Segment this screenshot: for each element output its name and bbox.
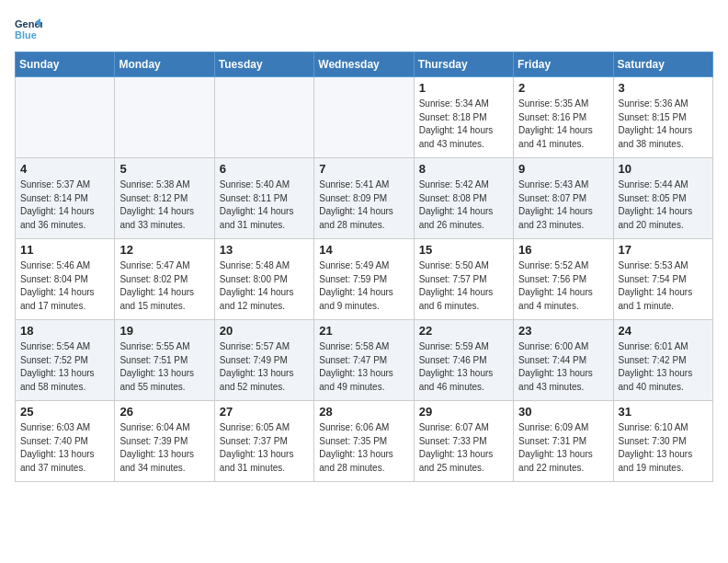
svg-text:Blue: Blue [15, 29, 37, 40]
calendar-table: SundayMondayTuesdayWednesdayThursdayFrid… [15, 52, 713, 482]
calendar-week-row: 11Sunrise: 5:46 AM Sunset: 8:04 PM Dayli… [16, 239, 713, 320]
day-number: 28 [319, 405, 408, 419]
day-info: Sunrise: 5:50 AM Sunset: 7:57 PM Dayligh… [419, 259, 508, 313]
calendar-day-cell: 5Sunrise: 5:38 AM Sunset: 8:12 PM Daylig… [115, 158, 214, 239]
day-info: Sunrise: 5:46 AM Sunset: 8:04 PM Dayligh… [20, 259, 109, 313]
day-number: 19 [119, 324, 209, 338]
calendar-day-cell: 9Sunrise: 5:43 AM Sunset: 8:07 PM Daylig… [514, 158, 613, 239]
calendar-day-cell: 25Sunrise: 6:03 AM Sunset: 7:40 PM Dayli… [16, 401, 115, 482]
day-number: 25 [20, 405, 109, 419]
calendar-day-cell: 20Sunrise: 5:57 AM Sunset: 7:49 PM Dayli… [214, 320, 313, 401]
day-info: Sunrise: 5:35 AM Sunset: 8:16 PM Dayligh… [518, 98, 608, 151]
calendar-day-cell: 27Sunrise: 6:05 AM Sunset: 7:37 PM Dayli… [214, 401, 313, 482]
calendar-day-cell: 22Sunrise: 5:59 AM Sunset: 7:46 PM Dayli… [414, 320, 513, 401]
calendar-day-cell: 13Sunrise: 5:48 AM Sunset: 8:00 PM Dayli… [214, 239, 313, 320]
day-number: 27 [220, 405, 309, 419]
day-number: 5 [119, 162, 209, 176]
day-number: 10 [619, 162, 708, 176]
day-info: Sunrise: 6:01 AM Sunset: 7:42 PM Dayligh… [619, 340, 708, 394]
day-number: 8 [419, 162, 508, 176]
day-of-week-header: Sunday [16, 52, 115, 77]
day-number: 29 [419, 405, 508, 419]
calendar-day-cell: 8Sunrise: 5:42 AM Sunset: 8:08 PM Daylig… [414, 158, 513, 239]
calendar-day-cell: 1Sunrise: 5:34 AM Sunset: 8:18 PM Daylig… [414, 77, 513, 158]
calendar-day-cell: 17Sunrise: 5:53 AM Sunset: 7:54 PM Dayli… [613, 239, 712, 320]
day-of-week-header: Friday [514, 52, 613, 77]
day-number: 15 [419, 243, 508, 257]
day-info: Sunrise: 6:09 AM Sunset: 7:31 PM Dayligh… [518, 421, 608, 475]
day-number: 16 [518, 243, 608, 257]
calendar-day-cell [16, 77, 115, 158]
day-number: 20 [220, 324, 309, 338]
logo-icon: General Blue [15, 15, 42, 42]
day-number: 2 [518, 81, 608, 95]
day-info: Sunrise: 5:52 AM Sunset: 7:56 PM Dayligh… [518, 259, 608, 313]
day-number: 6 [220, 162, 309, 176]
calendar-day-cell: 23Sunrise: 6:00 AM Sunset: 7:44 PM Dayli… [514, 320, 613, 401]
day-info: Sunrise: 5:47 AM Sunset: 8:02 PM Dayligh… [119, 259, 209, 313]
day-number: 22 [419, 324, 508, 338]
calendar-week-row: 4Sunrise: 5:37 AM Sunset: 8:14 PM Daylig… [16, 158, 713, 239]
calendar-day-cell: 24Sunrise: 6:01 AM Sunset: 7:42 PM Dayli… [613, 320, 712, 401]
calendar-day-cell: 11Sunrise: 5:46 AM Sunset: 8:04 PM Dayli… [16, 239, 115, 320]
day-info: Sunrise: 5:37 AM Sunset: 8:14 PM Dayligh… [20, 178, 109, 232]
day-number: 1 [419, 81, 508, 95]
day-info: Sunrise: 5:49 AM Sunset: 7:59 PM Dayligh… [319, 259, 408, 313]
day-number: 21 [319, 324, 408, 338]
day-info: Sunrise: 5:58 AM Sunset: 7:47 PM Dayligh… [319, 340, 408, 394]
calendar-day-cell: 18Sunrise: 5:54 AM Sunset: 7:52 PM Dayli… [16, 320, 115, 401]
day-number: 31 [619, 405, 708, 419]
calendar-week-row: 1Sunrise: 5:34 AM Sunset: 8:18 PM Daylig… [16, 77, 713, 158]
day-info: Sunrise: 6:04 AM Sunset: 7:39 PM Dayligh… [119, 421, 209, 475]
day-number: 14 [319, 243, 408, 257]
calendar-day-cell: 31Sunrise: 6:10 AM Sunset: 7:30 PM Dayli… [613, 401, 712, 482]
day-info: Sunrise: 6:00 AM Sunset: 7:44 PM Dayligh… [518, 340, 608, 394]
day-info: Sunrise: 5:53 AM Sunset: 7:54 PM Dayligh… [619, 259, 708, 313]
calendar-day-cell: 21Sunrise: 5:58 AM Sunset: 7:47 PM Dayli… [314, 320, 414, 401]
calendar-week-row: 25Sunrise: 6:03 AM Sunset: 7:40 PM Dayli… [16, 401, 713, 482]
day-number: 18 [20, 324, 109, 338]
day-info: Sunrise: 5:48 AM Sunset: 8:00 PM Dayligh… [220, 259, 309, 313]
day-info: Sunrise: 5:41 AM Sunset: 8:09 PM Dayligh… [319, 178, 408, 232]
calendar-day-cell: 29Sunrise: 6:07 AM Sunset: 7:33 PM Dayli… [414, 401, 513, 482]
day-of-week-header: Saturday [613, 52, 712, 77]
calendar-day-cell: 15Sunrise: 5:50 AM Sunset: 7:57 PM Dayli… [414, 239, 513, 320]
day-of-week-header: Thursday [414, 52, 513, 77]
day-info: Sunrise: 5:34 AM Sunset: 8:18 PM Dayligh… [419, 98, 508, 151]
day-info: Sunrise: 6:07 AM Sunset: 7:33 PM Dayligh… [419, 421, 508, 475]
day-of-week-header: Tuesday [214, 52, 313, 77]
day-number: 9 [518, 162, 608, 176]
day-number: 13 [220, 243, 309, 257]
calendar-day-cell: 4Sunrise: 5:37 AM Sunset: 8:14 PM Daylig… [16, 158, 115, 239]
calendar-day-cell: 16Sunrise: 5:52 AM Sunset: 7:56 PM Dayli… [514, 239, 613, 320]
calendar-day-cell: 2Sunrise: 5:35 AM Sunset: 8:16 PM Daylig… [514, 77, 613, 158]
day-of-week-header: Wednesday [314, 52, 414, 77]
calendar-day-cell: 14Sunrise: 5:49 AM Sunset: 7:59 PM Dayli… [314, 239, 414, 320]
calendar-day-cell: 28Sunrise: 6:06 AM Sunset: 7:35 PM Dayli… [314, 401, 414, 482]
day-number: 23 [518, 324, 608, 338]
day-info: Sunrise: 5:40 AM Sunset: 8:11 PM Dayligh… [220, 178, 309, 232]
day-number: 24 [619, 324, 708, 338]
day-info: Sunrise: 5:44 AM Sunset: 8:05 PM Dayligh… [619, 178, 708, 232]
day-info: Sunrise: 5:54 AM Sunset: 7:52 PM Dayligh… [20, 340, 109, 394]
calendar-day-cell: 12Sunrise: 5:47 AM Sunset: 8:02 PM Dayli… [115, 239, 214, 320]
day-number: 26 [119, 405, 209, 419]
calendar-day-cell [214, 77, 313, 158]
calendar-day-cell: 10Sunrise: 5:44 AM Sunset: 8:05 PM Dayli… [613, 158, 712, 239]
day-info: Sunrise: 5:59 AM Sunset: 7:46 PM Dayligh… [419, 340, 508, 394]
logo: General Blue [15, 15, 42, 42]
calendar-day-cell: 3Sunrise: 5:36 AM Sunset: 8:15 PM Daylig… [613, 77, 712, 158]
day-info: Sunrise: 5:43 AM Sunset: 8:07 PM Dayligh… [518, 178, 608, 232]
day-info: Sunrise: 5:57 AM Sunset: 7:49 PM Dayligh… [220, 340, 309, 394]
calendar-day-cell: 6Sunrise: 5:40 AM Sunset: 8:11 PM Daylig… [214, 158, 313, 239]
day-info: Sunrise: 6:05 AM Sunset: 7:37 PM Dayligh… [220, 421, 309, 475]
day-number: 17 [619, 243, 708, 257]
calendar-header-row: SundayMondayTuesdayWednesdayThursdayFrid… [16, 52, 713, 77]
calendar-day-cell: 19Sunrise: 5:55 AM Sunset: 7:51 PM Dayli… [115, 320, 214, 401]
day-number: 30 [518, 405, 608, 419]
day-info: Sunrise: 5:42 AM Sunset: 8:08 PM Dayligh… [419, 178, 508, 232]
calendar-day-cell [115, 77, 214, 158]
day-of-week-header: Monday [115, 52, 214, 77]
day-info: Sunrise: 6:03 AM Sunset: 7:40 PM Dayligh… [20, 421, 109, 475]
calendar-day-cell: 7Sunrise: 5:41 AM Sunset: 8:09 PM Daylig… [314, 158, 414, 239]
